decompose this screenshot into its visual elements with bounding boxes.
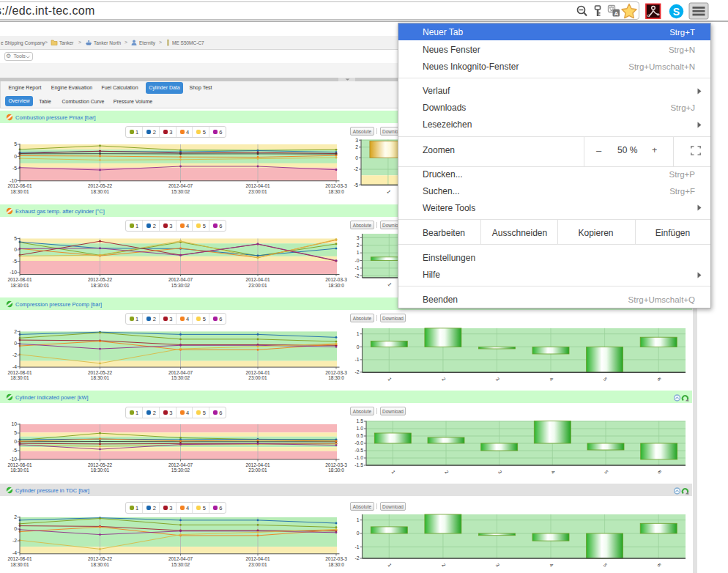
svg-text:0: 0	[357, 531, 360, 536]
svg-text:3: 3	[497, 470, 503, 475]
svg-text:1: 1	[357, 517, 360, 522]
svg-text:2: 2	[14, 514, 17, 520]
svg-text:1: 1	[387, 281, 393, 286]
svg-text:1: 1	[357, 331, 360, 336]
svg-text:0: 0	[14, 439, 17, 444]
svg-text:5: 5	[14, 430, 17, 435]
svg-text:5: 5	[14, 235, 17, 240]
svg-text:-1: -1	[354, 265, 359, 270]
svg-text:0: 0	[14, 340, 17, 345]
svg-text:10: 10	[11, 421, 17, 426]
svg-text:18:30:01: 18:30:01	[10, 282, 29, 287]
svg-text:2: 2	[357, 243, 360, 248]
svg-text:18:30:0: 18:30:0	[328, 467, 344, 473]
svg-text:-1.0: -1.0	[354, 455, 363, 460]
svg-text:18:30:01: 18:30:01	[10, 375, 29, 380]
svg-text:S: S	[673, 6, 680, 18]
svg-text:3: 3	[495, 376, 501, 381]
svg-text:1: 1	[390, 470, 396, 475]
svg-text:2: 2	[14, 328, 17, 333]
svg-text:5: 5	[14, 141, 17, 147]
svg-text:2012-08-01: 2012-08-01	[7, 462, 32, 467]
svg-text:-0.0: -0.0	[354, 440, 363, 446]
svg-text:2012-04-01: 2012-04-01	[245, 462, 270, 467]
svg-text:6: 6	[656, 563, 662, 568]
svg-text:0: 0	[14, 247, 17, 252]
svg-text:3: 3	[355, 137, 358, 142]
svg-text:-0: -0	[354, 257, 359, 262]
svg-text:1.0: 1.0	[357, 426, 364, 431]
svg-text:2012-05-22: 2012-05-22	[88, 277, 113, 282]
svg-text:5: 5	[603, 563, 609, 568]
svg-text:2: 2	[444, 470, 450, 475]
svg-text:18:30:0: 18:30:0	[328, 282, 344, 287]
svg-text:2012-04-01: 2012-04-01	[245, 277, 270, 282]
svg-text:18:30:01: 18:30:01	[10, 562, 29, 567]
svg-text:4: 4	[550, 470, 556, 475]
svg-text:2012-04-01: 2012-04-01	[245, 556, 270, 561]
svg-text:-5: -5	[12, 258, 17, 263]
svg-text:4: 4	[549, 563, 554, 568]
svg-text:2012-08-01: 2012-08-01	[7, 277, 32, 282]
svg-text:2012-04-07: 2012-04-07	[168, 556, 193, 561]
svg-text:6: 6	[657, 470, 663, 475]
svg-text:1: 1	[387, 376, 393, 381]
svg-text:18:30:01: 18:30:01	[10, 188, 29, 193]
svg-text:2012-03-3: 2012-03-3	[325, 556, 347, 561]
svg-text:0: 0	[357, 344, 360, 349]
svg-text:2012-04-07: 2012-04-07	[168, 369, 193, 374]
svg-text:18:30:0: 18:30:0	[328, 188, 344, 193]
svg-text:6: 6	[656, 376, 662, 381]
svg-text:5: 5	[603, 470, 609, 475]
svg-text:23:00:01: 23:00:01	[248, 375, 267, 380]
svg-text:15:30:02: 15:30:02	[171, 562, 190, 567]
svg-text:3: 3	[357, 234, 360, 240]
svg-text:2012-04-07: 2012-04-07	[168, 183, 193, 188]
svg-text:2012-04-01: 2012-04-01	[245, 183, 270, 188]
svg-text:23:00:01: 23:00:01	[248, 282, 267, 287]
svg-text:-2: -2	[12, 538, 17, 543]
svg-text:2012-04-01: 2012-04-01	[245, 369, 270, 374]
svg-text:2012-05-22: 2012-05-22	[88, 556, 113, 561]
svg-text:2: 2	[441, 563, 447, 568]
svg-text:-0.5: -0.5	[354, 448, 363, 453]
svg-text:-1: -1	[354, 357, 359, 362]
svg-text:2012-04-07: 2012-04-07	[168, 277, 193, 282]
svg-text:18:30:0: 18:30:0	[328, 562, 344, 567]
svg-text:0: 0	[355, 155, 358, 160]
svg-text:2: 2	[441, 376, 447, 381]
svg-text:18:30:01: 18:30:01	[91, 282, 110, 287]
svg-text:-1.5: -1.5	[354, 462, 363, 467]
svg-text:5: 5	[603, 376, 609, 381]
svg-text:18:30:01: 18:30:01	[91, 375, 110, 380]
svg-text:1: 1	[386, 189, 392, 194]
svg-text:2: 2	[355, 144, 358, 149]
svg-text:-2: -2	[12, 352, 17, 357]
svg-text:15:30:02: 15:30:02	[171, 375, 190, 380]
svg-text:0: 0	[14, 153, 17, 158]
svg-text:1: 1	[357, 250, 360, 255]
svg-text:2012-08-01: 2012-08-01	[7, 556, 32, 561]
svg-text:23:00:01: 23:00:01	[248, 467, 267, 473]
svg-text:4: 4	[549, 376, 554, 381]
svg-text:15:30:02: 15:30:02	[171, 188, 190, 193]
svg-text:-5: -5	[12, 166, 17, 171]
svg-text:3: 3	[495, 563, 501, 568]
svg-text:18:30:0: 18:30:0	[328, 375, 344, 380]
svg-text:-10: -10	[10, 456, 17, 462]
svg-text:2012-03-3: 2012-03-3	[325, 277, 347, 282]
svg-text:-2: -2	[354, 555, 359, 561]
svg-text:18:30:01: 18:30:01	[91, 562, 110, 567]
svg-text:0: 0	[14, 526, 17, 531]
svg-text:1: 1	[387, 563, 393, 568]
svg-text:-1: -1	[354, 544, 359, 550]
svg-text:-4: -4	[12, 550, 17, 555]
svg-text:15:30:02: 15:30:02	[171, 467, 190, 473]
svg-text:2012-08-01: 2012-08-01	[7, 183, 32, 188]
svg-text:18:30:01: 18:30:01	[91, 467, 110, 473]
svg-text:-2: -2	[354, 166, 358, 171]
svg-text:18:30:01: 18:30:01	[10, 467, 29, 473]
svg-text:2012-04-07: 2012-04-07	[168, 462, 193, 467]
svg-text:A: A	[614, 10, 618, 17]
svg-text:2012-05-22: 2012-05-22	[88, 369, 113, 374]
